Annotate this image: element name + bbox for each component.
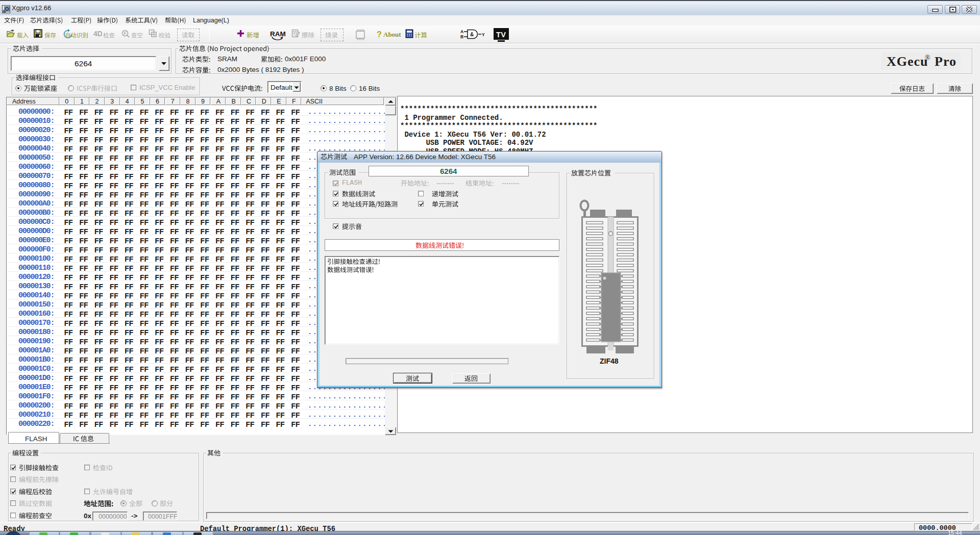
svg-text:B: B — [460, 34, 463, 39]
svg-text:&: & — [470, 32, 474, 37]
svg-text:F: F — [124, 31, 127, 36]
svg-text:4D: 4D — [93, 30, 102, 38]
svg-text:Y: Y — [482, 32, 485, 37]
svg-text:A: A — [460, 29, 463, 34]
